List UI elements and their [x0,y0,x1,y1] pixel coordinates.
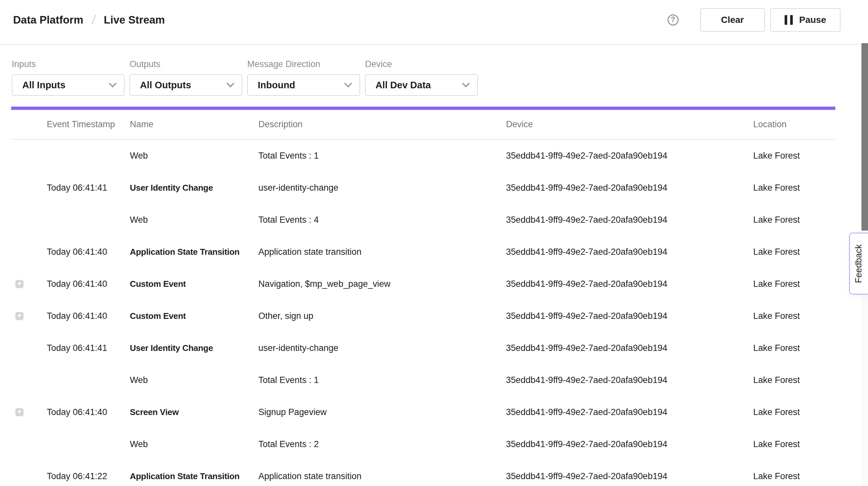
expand-cell [11,280,47,288]
event-location: Lake Forest [753,279,835,289]
table-row: Today 06:41:40 Screen View Signup Pagevi… [11,396,835,428]
event-timestamp: Today 06:41:40 [47,247,130,257]
chevron-down-icon [108,80,117,87]
event-description: Total Events : 1 [258,151,506,161]
device-select[interactable]: All Dev Data [365,74,478,96]
event-location: Lake Forest [753,247,835,257]
event-name: Custom Event [130,311,258,321]
column-header-name: Name [130,119,258,129]
event-description: Other, sign up [258,311,506,321]
filter-bar: Inputs All Inputs Outputs All Outputs Me… [0,45,868,96]
event-name: User Identity Change [130,183,258,193]
expand-plus-icon[interactable] [16,312,24,320]
feedback-tab[interactable]: Feedback [849,233,868,295]
event-name: Application State Transition [130,247,258,257]
scrollbar-thumb[interactable] [862,43,868,231]
clear-button[interactable]: Clear [700,8,765,32]
expand-cell [11,152,47,160]
message-direction-select-value: Inbound [258,80,295,91]
table-row: Web Total Events : 4 35eddb41-9ff9-49e2-… [11,204,835,236]
breadcrumb: Data Platform / Live Stream [13,13,165,27]
page-header: Data Platform / Live Stream ? Clear Paus… [0,0,868,45]
event-description: user-identity-change [258,183,506,193]
help-icon[interactable]: ? [668,14,679,26]
event-location: Lake Forest [753,215,835,225]
event-name: Custom Event [130,279,258,289]
event-location: Lake Forest [753,407,835,417]
expand-cell [11,216,47,224]
outputs-select-value: All Outputs [140,80,191,91]
device-select-value: All Dev Data [375,80,431,91]
event-device: 35eddb41-9ff9-49e2-7aed-20afa90eb194 [506,183,753,193]
event-name: Application State Transition [130,471,258,481]
event-device: 35eddb41-9ff9-49e2-7aed-20afa90eb194 [506,343,753,353]
inputs-select-value: All Inputs [22,80,65,91]
event-location: Lake Forest [753,311,835,321]
expand-cell [11,248,47,256]
expand-plus-icon[interactable] [16,280,24,288]
pause-icon [784,15,793,25]
event-name: Web [130,151,258,161]
event-device: 35eddb41-9ff9-49e2-7aed-20afa90eb194 [506,151,753,161]
event-description: Application state transition [258,471,506,481]
event-location: Lake Forest [753,471,835,481]
filter-message-direction: Message Direction Inbound [247,59,360,96]
event-description: Navigation, $mp_web_page_view [258,279,506,289]
filter-inputs: Inputs All Inputs [12,59,125,96]
event-location: Lake Forest [753,151,835,161]
filter-inputs-label: Inputs [12,59,125,69]
event-timestamp: Today 06:41:40 [47,311,130,321]
column-header-timestamp: Event Timestamp [47,119,130,129]
stream-progress-bar [11,107,835,110]
event-name: Web [130,375,258,385]
outputs-select[interactable]: All Outputs [129,74,242,96]
chevron-down-icon [344,80,352,87]
filter-outputs: Outputs All Outputs [129,59,242,96]
event-timestamp: Today 06:41:22 [47,471,130,481]
event-location: Lake Forest [753,183,835,193]
expand-cell [11,376,47,384]
table-row: Today 06:41:22 Application State Transit… [11,460,835,486]
event-location: Lake Forest [753,343,835,353]
column-header-location: Location [753,119,835,129]
event-timestamp: Today 06:41:41 [47,343,130,353]
event-device: 35eddb41-9ff9-49e2-7aed-20afa90eb194 [506,471,753,481]
chevron-down-icon [462,80,470,87]
event-timestamp: Today 06:41:41 [47,183,130,193]
expand-cell [11,312,47,320]
chevron-down-icon [226,80,234,87]
expand-cell [11,408,47,416]
filter-message-direction-label: Message Direction [247,59,360,69]
event-location: Lake Forest [753,375,835,385]
event-device: 35eddb41-9ff9-49e2-7aed-20afa90eb194 [506,215,753,225]
breadcrumb-section[interactable]: Data Platform [13,14,84,26]
event-device: 35eddb41-9ff9-49e2-7aed-20afa90eb194 [506,439,753,449]
pause-button-label: Pause [799,15,827,25]
event-name: Web [130,439,258,449]
expand-cell [11,184,47,192]
table-row: Today 06:41:40 Custom Event Navigation, … [11,268,835,300]
feedback-tab-label: Feedback [854,244,864,283]
event-name: User Identity Change [130,343,258,353]
event-name: Screen View [130,407,258,417]
table-row: Web Total Events : 1 35eddb41-9ff9-49e2-… [11,364,835,396]
table-row: Today 06:41:41 User Identity Change user… [11,172,835,204]
pause-button[interactable]: Pause [770,8,841,32]
page-title: Live Stream [104,14,165,26]
message-direction-select[interactable]: Inbound [247,74,360,96]
expand-plus-icon[interactable] [16,408,24,416]
table-row: Today 06:41:40 Application State Transit… [11,236,835,268]
table-row: Web Total Events : 2 35eddb41-9ff9-49e2-… [11,428,835,460]
inputs-select[interactable]: All Inputs [12,74,125,96]
event-location: Lake Forest [753,439,835,449]
filter-outputs-label: Outputs [129,59,242,69]
expand-cell [11,344,47,352]
expand-cell [11,440,47,448]
breadcrumb-separator: / [91,13,96,27]
column-header-description: Description [258,119,506,129]
table-body: Web Total Events : 1 35eddb41-9ff9-49e2-… [11,140,835,486]
event-description: Total Events : 4 [258,215,506,225]
table-header-row: Event Timestamp Name Description Device … [11,110,835,140]
event-device: 35eddb41-9ff9-49e2-7aed-20afa90eb194 [506,375,753,385]
filter-device: Device All Dev Data [365,59,478,96]
